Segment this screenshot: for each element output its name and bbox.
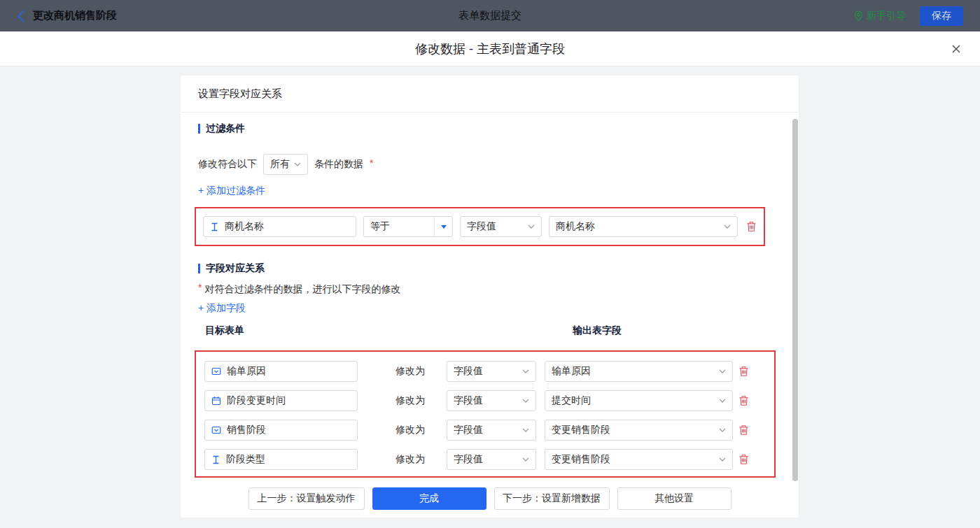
target-field-value: 输单原因 bbox=[227, 365, 266, 378]
save-button[interactable]: 保存 bbox=[920, 6, 963, 26]
output-field-value: 输单原因 bbox=[552, 365, 591, 378]
filter-annotation-box: 商机名称 等于 字段值 商机名称 bbox=[195, 207, 765, 246]
select-field-icon bbox=[211, 366, 221, 376]
value-type-select[interactable]: 字段值 bbox=[447, 361, 536, 382]
top-bar: 更改商机销售阶段 表单数据提交 新手引导 保存 bbox=[0, 0, 980, 31]
dialog-body: 设置字段对应关系 过滤条件 修改符合以下 所有 条件的数据 * + 添加过滤条 bbox=[0, 66, 980, 528]
chevron-down-icon bbox=[294, 162, 301, 166]
dialog-header: 修改数据 - 主表到普通字段 bbox=[0, 31, 980, 66]
mapping-note-text: 对符合过滤条件的数据，进行以下字段的修改 bbox=[204, 283, 400, 294]
target-field-value: 阶段类型 bbox=[226, 453, 265, 466]
operator-value: 等于 bbox=[370, 220, 390, 233]
delete-icon[interactable] bbox=[738, 454, 749, 465]
output-field-select[interactable]: 输单原因 bbox=[545, 361, 733, 382]
filter-value-type-select[interactable]: 字段值 bbox=[460, 216, 542, 237]
target-field-value: 销售阶段 bbox=[227, 424, 266, 436]
chevron-down-icon bbox=[528, 224, 535, 229]
target-field-input[interactable]: 输单原因 bbox=[204, 361, 358, 382]
target-field-input[interactable]: 阶段类型 bbox=[204, 449, 358, 470]
target-field-value: 阶段变更时间 bbox=[227, 394, 286, 407]
filter-value-select[interactable]: 商机名称 bbox=[549, 216, 738, 237]
close-icon[interactable] bbox=[951, 43, 962, 55]
beginner-guide-label: 新手引导 bbox=[867, 10, 906, 22]
value-type: 字段值 bbox=[454, 424, 483, 436]
back-nav[interactable]: 更改商机销售阶段 bbox=[17, 9, 117, 22]
value-type: 字段值 bbox=[454, 453, 483, 466]
top-bar-actions: 新手引导 保存 bbox=[854, 6, 963, 26]
output-field-column-header: 输出表字段 bbox=[573, 324, 622, 337]
mapping-annotation-box: 输单原因 修改为 字段值 输单原因 bbox=[195, 350, 776, 478]
filter-value: 商机名称 bbox=[556, 220, 595, 233]
next-step-button[interactable]: 下一步：设置新增数据 bbox=[494, 487, 610, 510]
operator-select[interactable]: 等于 bbox=[363, 216, 453, 237]
modify-label: 修改为 bbox=[396, 424, 425, 436]
text-field-icon bbox=[211, 455, 220, 464]
delete-icon[interactable] bbox=[738, 395, 749, 406]
section-accent-bar bbox=[198, 124, 200, 134]
add-filter-link[interactable]: + 添加过滤条件 bbox=[198, 185, 265, 196]
output-field-select[interactable]: 变更销售阶段 bbox=[545, 420, 733, 441]
prev-step-button[interactable]: 上一步：设置触发动作 bbox=[248, 487, 365, 510]
output-field-select[interactable]: 提交时间 bbox=[545, 390, 733, 411]
mapping-row: 销售阶段 修改为 字段值 变更销售阶段 bbox=[204, 420, 766, 441]
mapping-row: 阶段变更时间 修改为 字段值 提交时间 bbox=[204, 390, 766, 411]
chevron-down-icon bbox=[719, 399, 726, 403]
card-header-title: 设置字段对应关系 bbox=[181, 76, 799, 113]
chevron-down-icon bbox=[522, 457, 529, 462]
target-form-column-header: 目标表单 bbox=[205, 324, 244, 337]
mapping-section-label: 字段对应关系 bbox=[206, 262, 265, 275]
target-field-input[interactable]: 阶段变更时间 bbox=[204, 390, 358, 411]
text-field-icon bbox=[210, 222, 219, 231]
card-body: 过滤条件 修改符合以下 所有 条件的数据 * + 添加过滤条件 商机名称 bbox=[181, 113, 799, 518]
triangle-down-icon bbox=[441, 225, 447, 229]
operator-dropdown-zone[interactable] bbox=[434, 217, 452, 236]
add-field-link[interactable]: + 添加字段 bbox=[198, 302, 799, 313]
mapping-column-headers: 目标表单 输出表字段 bbox=[181, 324, 799, 336]
chevron-down-icon bbox=[522, 428, 529, 432]
flow-title: 更改商机销售阶段 bbox=[33, 9, 117, 22]
output-field-value: 变更销售阶段 bbox=[552, 453, 610, 466]
target-field-input[interactable]: 销售阶段 bbox=[204, 420, 358, 441]
modify-label: 修改为 bbox=[396, 453, 425, 466]
filter-section-title: 过滤条件 bbox=[198, 123, 799, 134]
chevron-down-icon bbox=[719, 457, 726, 462]
location-pin-icon bbox=[854, 10, 863, 22]
chevron-down-icon bbox=[724, 224, 731, 229]
delete-icon[interactable] bbox=[738, 424, 749, 436]
modify-label: 修改为 bbox=[396, 365, 425, 378]
delete-icon[interactable] bbox=[738, 366, 749, 377]
scrollbar-thumb[interactable] bbox=[792, 119, 798, 481]
filter-value-type: 字段值 bbox=[467, 220, 496, 233]
value-type-select[interactable]: 字段值 bbox=[447, 390, 536, 411]
output-field-select[interactable]: 变更销售阶段 bbox=[545, 449, 733, 470]
mapping-section-title: 字段对应关系 bbox=[198, 263, 799, 274]
filter-field-value: 商机名称 bbox=[225, 220, 264, 233]
match-mode-select[interactable]: 所有 bbox=[263, 154, 308, 175]
chevron-down-icon bbox=[719, 428, 726, 432]
condition-suffix: 条件的数据 bbox=[314, 158, 363, 171]
value-type: 字段值 bbox=[454, 394, 483, 407]
required-mark: * bbox=[198, 282, 202, 293]
condition-prefix: 修改符合以下 bbox=[198, 158, 257, 171]
filter-field-input[interactable]: 商机名称 bbox=[203, 216, 356, 237]
beginner-guide-link[interactable]: 新手引导 bbox=[854, 10, 906, 22]
chevron-down-icon bbox=[719, 369, 726, 373]
modify-label: 修改为 bbox=[396, 394, 425, 407]
other-settings-button[interactable]: 其他设置 bbox=[617, 487, 732, 510]
select-field-icon bbox=[211, 425, 221, 435]
back-icon[interactable] bbox=[17, 10, 24, 22]
mapping-note: *对符合过滤条件的数据，进行以下字段的修改 bbox=[198, 283, 799, 294]
done-button[interactable]: 完成 bbox=[372, 487, 486, 510]
app-root: 更改商机销售阶段 表单数据提交 新手引导 保存 修改数据 - 主表到普通字段 设… bbox=[0, 0, 980, 528]
dialog-title: 修改数据 - 主表到普通字段 bbox=[415, 41, 565, 57]
section-accent-bar bbox=[198, 264, 200, 273]
delete-icon[interactable] bbox=[746, 221, 757, 232]
mapping-row: 阶段类型 修改为 字段值 变更销售阶段 bbox=[204, 449, 766, 470]
value-type-select[interactable]: 字段值 bbox=[447, 449, 536, 470]
filter-section-label: 过滤条件 bbox=[206, 122, 245, 135]
value-type: 字段值 bbox=[454, 365, 483, 378]
mapping-row: 输单原因 修改为 字段值 输单原因 bbox=[204, 361, 766, 382]
value-type-select[interactable]: 字段值 bbox=[447, 420, 536, 441]
chevron-down-icon bbox=[522, 399, 529, 403]
condition-row: 修改符合以下 所有 条件的数据 * bbox=[198, 153, 799, 176]
